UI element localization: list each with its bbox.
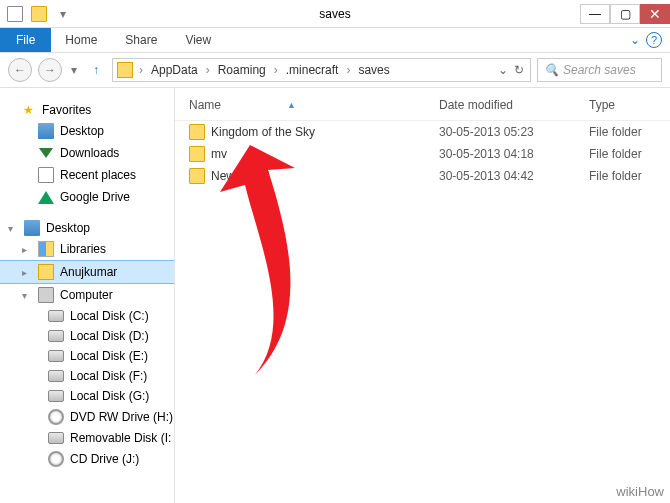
- drive-icon: [48, 330, 64, 342]
- ribbon: File Home Share View ⌄ ?: [0, 28, 670, 53]
- sidebar-label: Desktop: [46, 221, 90, 235]
- history-dropdown-icon[interactable]: ▾: [68, 63, 80, 77]
- sidebar-item-recent[interactable]: Recent places: [0, 164, 174, 186]
- sidebar-item-libraries[interactable]: ▸Libraries: [0, 238, 174, 260]
- folder-icon: [117, 62, 133, 78]
- search-placeholder: Search saves: [563, 63, 636, 77]
- sidebar-item-label: Downloads: [60, 146, 119, 160]
- sidebar-item-drive-g[interactable]: Local Disk (G:): [0, 386, 174, 406]
- qat-newfolder-icon[interactable]: [28, 3, 50, 25]
- sidebar-item-label: Local Disk (D:): [70, 329, 149, 343]
- file-date: 30-05-2013 05:23: [439, 125, 589, 139]
- help-icon[interactable]: ?: [646, 32, 662, 48]
- sidebar-item-user[interactable]: ▸Anujkumar: [0, 260, 174, 284]
- desktop-icon: [38, 123, 54, 139]
- chevron-right-icon[interactable]: ›: [204, 63, 212, 77]
- chevron-right-icon[interactable]: ›: [137, 63, 145, 77]
- back-button[interactable]: ←: [8, 58, 32, 82]
- chevron-right-icon[interactable]: ▸: [22, 244, 32, 255]
- breadcrumb[interactable]: AppData: [147, 63, 202, 77]
- file-row[interactable]: Kingdom of the Sky 30-05-2013 05:23 File…: [175, 121, 670, 143]
- watermark: wikiHow: [616, 484, 664, 499]
- sidebar-item-cd[interactable]: CD Drive (J:): [0, 448, 174, 470]
- address-dropdown-icon[interactable]: ⌄: [498, 63, 508, 77]
- drive-icon: [48, 390, 64, 402]
- sidebar-item-label: Local Disk (G:): [70, 389, 149, 403]
- user-folder-icon: [38, 264, 54, 280]
- sidebar-item-label: DVD RW Drive (H:): [70, 410, 173, 424]
- navigation-bar: ← → ▾ ↑ › AppData › Roaming › .minecraft…: [0, 53, 670, 88]
- sidebar-item-label: Libraries: [60, 242, 106, 256]
- column-header-name[interactable]: Name▲: [189, 98, 439, 112]
- sidebar-item-label: Desktop: [60, 124, 104, 138]
- drive-icon: [48, 432, 64, 444]
- sidebar-item-removable[interactable]: Removable Disk (I:: [0, 428, 174, 448]
- chevron-right-icon[interactable]: ▸: [22, 267, 32, 278]
- column-header-type[interactable]: Type: [589, 98, 656, 112]
- refresh-icon[interactable]: ↻: [514, 63, 524, 77]
- quick-access-toolbar: ▾: [0, 3, 74, 25]
- file-row[interactable]: New World 30-05-2013 04:42 File folder: [175, 165, 670, 187]
- chevron-down-icon[interactable]: ▾: [8, 223, 18, 234]
- breadcrumb[interactable]: Roaming: [214, 63, 270, 77]
- file-date: 30-05-2013 04:18: [439, 147, 589, 161]
- chevron-right-icon[interactable]: ›: [344, 63, 352, 77]
- column-header-date[interactable]: Date modified: [439, 98, 589, 112]
- file-name: Kingdom of the Sky: [211, 125, 315, 139]
- sidebar-item-desktop[interactable]: Desktop: [0, 120, 174, 142]
- qat-properties-icon[interactable]: [4, 3, 26, 25]
- ribbon-tab-view[interactable]: View: [171, 28, 225, 52]
- drive-icon: [48, 310, 64, 322]
- chevron-down-icon[interactable]: ▾: [22, 290, 32, 301]
- navigation-pane: ★ Favorites Desktop Downloads Recent pla…: [0, 88, 175, 503]
- sidebar-item-label: Local Disk (F:): [70, 369, 147, 383]
- drive-icon: [48, 370, 64, 382]
- file-type: File folder: [589, 147, 656, 161]
- minimize-button[interactable]: —: [580, 4, 610, 24]
- chevron-right-icon[interactable]: ›: [272, 63, 280, 77]
- file-list: Name▲ Date modified Type Kingdom of the …: [175, 88, 670, 503]
- sidebar-item-drive-f[interactable]: Local Disk (F:): [0, 366, 174, 386]
- computer-icon: [38, 287, 54, 303]
- recent-icon: [38, 167, 54, 183]
- sidebar-item-label: Computer: [60, 288, 113, 302]
- file-name: New World: [211, 169, 269, 183]
- sidebar-favorites-header[interactable]: ★ Favorites: [0, 100, 174, 120]
- sidebar-desktop-header[interactable]: ▾ Desktop: [0, 218, 174, 238]
- window-title: saves: [319, 7, 350, 21]
- sidebar-item-drive-e[interactable]: Local Disk (E:): [0, 346, 174, 366]
- sidebar-item-label: Anujkumar: [60, 265, 117, 279]
- sidebar-item-downloads[interactable]: Downloads: [0, 142, 174, 164]
- search-icon: 🔍: [544, 63, 559, 77]
- forward-button[interactable]: →: [38, 58, 62, 82]
- ribbon-tab-home[interactable]: Home: [51, 28, 111, 52]
- sidebar-item-label: Local Disk (C:): [70, 309, 149, 323]
- sidebar-item-drive-c[interactable]: Local Disk (C:): [0, 306, 174, 326]
- file-row[interactable]: mv 30-05-2013 04:18 File folder: [175, 143, 670, 165]
- ribbon-file-tab[interactable]: File: [0, 28, 51, 52]
- sidebar-item-label: Local Disk (E:): [70, 349, 148, 363]
- drive-icon: [48, 350, 64, 362]
- libraries-icon: [38, 241, 54, 257]
- qat-dropdown-icon[interactable]: ▾: [52, 3, 74, 25]
- search-input[interactable]: 🔍 Search saves: [537, 58, 662, 82]
- sort-indicator-icon: ▲: [227, 100, 296, 110]
- sidebar-item-computer[interactable]: ▾Computer: [0, 284, 174, 306]
- sidebar-item-dvd[interactable]: DVD RW Drive (H:): [0, 406, 174, 428]
- close-button[interactable]: ✕: [640, 4, 670, 24]
- sidebar-item-drive-d[interactable]: Local Disk (D:): [0, 326, 174, 346]
- sidebar-item-gdrive[interactable]: Google Drive: [0, 186, 174, 208]
- address-bar[interactable]: › AppData › Roaming › .minecraft › saves…: [112, 58, 531, 82]
- maximize-button[interactable]: ▢: [610, 4, 640, 24]
- breadcrumb[interactable]: .minecraft: [282, 63, 343, 77]
- ribbon-expand-icon[interactable]: ⌄: [630, 33, 640, 47]
- sidebar-label: Favorites: [42, 103, 91, 117]
- folder-icon: [189, 168, 205, 184]
- sidebar-item-label: CD Drive (J:): [70, 452, 139, 466]
- up-button[interactable]: ↑: [86, 60, 106, 80]
- sidebar-item-label: Google Drive: [60, 190, 130, 204]
- ribbon-tab-share[interactable]: Share: [111, 28, 171, 52]
- window-controls: — ▢ ✕: [580, 4, 670, 24]
- download-icon: [38, 145, 54, 161]
- breadcrumb[interactable]: saves: [354, 63, 393, 77]
